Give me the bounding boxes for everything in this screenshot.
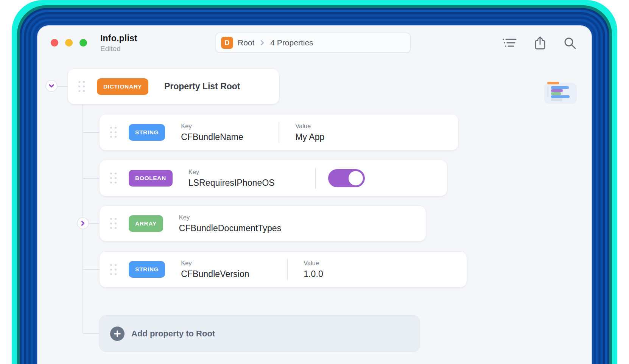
toggle-knob xyxy=(349,171,363,185)
value-label: Value xyxy=(304,260,323,267)
share-icon[interactable] xyxy=(534,36,546,50)
document-minimap[interactable] xyxy=(544,83,577,104)
close-button[interactable] xyxy=(51,39,58,47)
connector-add-h xyxy=(83,333,99,334)
key-value[interactable]: CFBundleDocumentTypes xyxy=(179,223,282,233)
search-icon[interactable] xyxy=(563,36,577,50)
connector-row2-h xyxy=(83,178,99,179)
type-badge-dictionary[interactable]: DICTIONARY xyxy=(97,78,148,95)
value-value[interactable]: 1.0.0 xyxy=(304,269,323,279)
key-label: Key xyxy=(188,168,315,176)
chevron-right-icon xyxy=(79,220,86,227)
connector-row4-h xyxy=(83,269,99,270)
connector-root-h xyxy=(58,86,67,87)
minimap-dictionary-bar xyxy=(547,82,559,84)
value-value[interactable]: My App xyxy=(295,132,324,142)
minimap-string-bar xyxy=(551,95,570,98)
chevron-down-icon xyxy=(48,82,55,89)
plist-editor-window: Info.plist Edited D Root 4 Properties xyxy=(38,26,591,364)
drag-handle[interactable] xyxy=(78,81,85,92)
root-collapse-toggle[interactable] xyxy=(45,80,58,92)
type-badge-string[interactable]: STRING xyxy=(129,124,165,141)
key-label: Key xyxy=(179,214,282,221)
value-column: Value My App xyxy=(295,123,324,142)
value-label: Value xyxy=(295,123,324,130)
minimap-add-bar xyxy=(551,98,562,101)
toolbar xyxy=(502,36,577,50)
key-column: Key LSRequiresIPhoneOS xyxy=(188,168,315,188)
screenshot-canvas: Info.plist Edited D Root 4 Properties xyxy=(0,0,629,364)
key-column: Key CFBundleVersion xyxy=(181,260,287,279)
document-title: Info.plist xyxy=(100,33,137,44)
property-row: ARRAY Key CFBundleDocumentTypes xyxy=(99,205,426,241)
breadcrumb-count: 4 Properties xyxy=(270,38,313,47)
column-divider xyxy=(287,259,288,280)
property-row: STRING Key CFBundleName Value My App xyxy=(99,114,459,151)
add-property-button[interactable]: Add property to Root xyxy=(99,315,420,352)
drag-handle[interactable] xyxy=(110,264,117,275)
key-column: Key CFBundleName xyxy=(181,123,279,142)
add-property-label: Add property to Root xyxy=(131,329,215,339)
key-column: Key CFBundleDocumentTypes xyxy=(179,214,282,233)
breadcrumb-root[interactable]: Root xyxy=(238,38,254,47)
type-badge-string[interactable]: STRING xyxy=(129,261,165,278)
minimap-boolean-bar xyxy=(551,89,563,92)
dictionary-type-icon: D xyxy=(221,37,233,49)
connector-row3-h xyxy=(89,223,99,224)
key-label: Key xyxy=(181,260,287,267)
minimize-button[interactable] xyxy=(65,39,73,47)
minimap-string-bar xyxy=(551,86,569,89)
drag-handle[interactable] xyxy=(110,173,117,184)
key-value[interactable]: LSRequiresIPhoneOS xyxy=(188,178,315,188)
key-label: Key xyxy=(181,123,279,130)
property-row: BOOLEAN Key LSRequiresIPhoneOS xyxy=(99,160,447,196)
zoom-button[interactable] xyxy=(79,39,87,47)
chevron-right-icon xyxy=(259,39,266,46)
key-value[interactable]: CFBundleVersion xyxy=(181,269,287,279)
traffic-lights xyxy=(51,39,87,47)
minimap-array-bar xyxy=(551,92,561,95)
drag-handle[interactable] xyxy=(110,218,117,229)
title-block: Info.plist Edited xyxy=(100,33,137,53)
drag-handle[interactable] xyxy=(110,127,117,138)
root-row: DICTIONARY Property List Root xyxy=(67,68,279,104)
key-value[interactable]: CFBundleName xyxy=(181,132,279,142)
value-column: Value 1.0.0 xyxy=(304,260,323,279)
connector-row1-h xyxy=(83,132,99,133)
minimap-tree-line xyxy=(547,86,548,97)
breadcrumb[interactable]: D Root 4 Properties xyxy=(215,33,411,53)
property-row: STRING Key CFBundleVersion Value 1.0.0 xyxy=(99,251,467,288)
boolean-toggle[interactable] xyxy=(328,169,365,187)
root-row-title: Property List Root xyxy=(164,81,240,92)
column-divider xyxy=(279,122,279,143)
array-expand-toggle[interactable] xyxy=(77,217,89,229)
document-status: Edited xyxy=(100,45,137,53)
type-badge-array[interactable]: ARRAY xyxy=(129,215,163,232)
outline-list-icon[interactable] xyxy=(502,37,517,49)
plus-icon xyxy=(110,327,125,341)
type-badge-boolean[interactable]: BOOLEAN xyxy=(129,170,173,187)
column-divider xyxy=(315,168,316,189)
